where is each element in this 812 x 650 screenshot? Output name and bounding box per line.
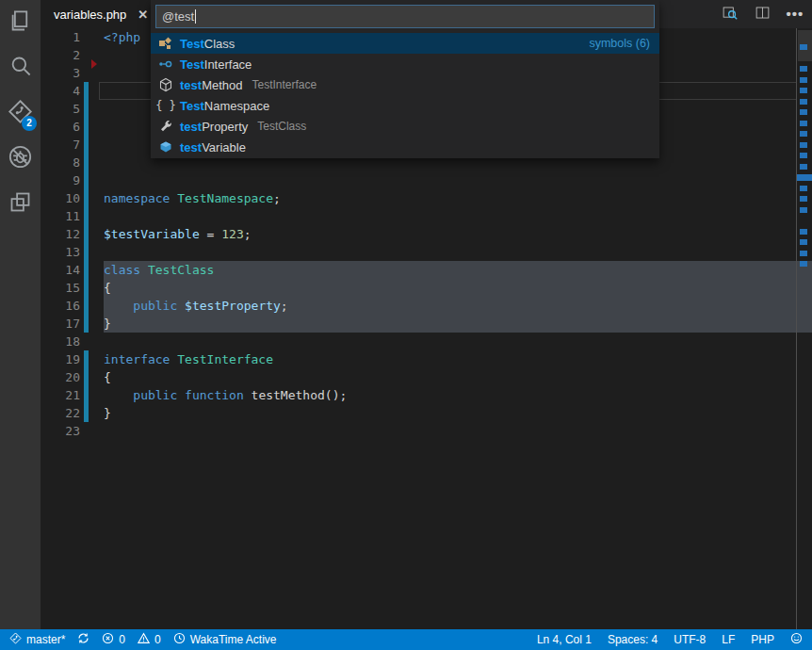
split-editor-button[interactable] bbox=[753, 5, 771, 24]
code-line-20[interactable]: 20{ bbox=[41, 368, 812, 386]
code-line-19[interactable]: 19interface TestInterface bbox=[41, 350, 812, 368]
line-number[interactable]: 1 bbox=[41, 28, 80, 46]
status-bar-item-eol[interactable]: LF bbox=[722, 633, 735, 646]
line-number[interactable]: 8 bbox=[41, 154, 80, 171]
line-number[interactable]: 19 bbox=[41, 350, 80, 368]
more-actions-icon: ••• bbox=[787, 9, 804, 19]
tab-close-icon[interactable]: ✕ bbox=[138, 8, 148, 22]
activity-bar-item-search[interactable] bbox=[0, 45, 41, 90]
activity-bar-item-source-control[interactable]: 2 bbox=[0, 90, 41, 136]
overview-ruler-mark bbox=[800, 251, 807, 256]
line-number[interactable]: 3 bbox=[41, 64, 80, 82]
warning-icon bbox=[138, 632, 150, 647]
line-number[interactable]: 16 bbox=[41, 297, 80, 315]
line-number[interactable]: 2 bbox=[41, 46, 80, 64]
code-line-17[interactable]: 17} bbox=[41, 315, 812, 333]
status-bar-item-warnings[interactable]: 0 bbox=[138, 632, 161, 647]
code-line-13[interactable]: 13 bbox=[41, 243, 812, 261]
git-modified-gutter-indicator bbox=[84, 261, 89, 279]
activity-bar-item-explorer[interactable] bbox=[0, 0, 41, 45]
line-number[interactable]: 15 bbox=[41, 279, 80, 297]
code-line-11[interactable]: 11 bbox=[41, 207, 812, 225]
status-bar-item-indentation[interactable]: Spaces: 4 bbox=[608, 633, 658, 646]
status-bar-item-encoding[interactable]: UTF-8 bbox=[674, 633, 706, 646]
code-line-12[interactable]: 12$testVariable = 123; bbox=[41, 225, 812, 243]
status-bar-item-errors[interactable]: 0 bbox=[102, 632, 125, 647]
line-number[interactable]: 10 bbox=[41, 189, 80, 207]
status-bar-item-label: LF bbox=[722, 633, 735, 646]
code-text: } bbox=[104, 315, 111, 333]
code-line-18[interactable]: 18 bbox=[41, 333, 812, 350]
line-number[interactable]: 12 bbox=[41, 225, 80, 243]
line-number[interactable]: 20 bbox=[41, 368, 80, 386]
status-bar-item-feedback[interactable] bbox=[790, 632, 803, 647]
status-bar: master*00WakaTime Active Ln 4, Col 1Spac… bbox=[0, 629, 812, 650]
sync-icon bbox=[77, 632, 89, 647]
overview-ruler-mark bbox=[800, 186, 807, 191]
code-line-10[interactable]: 10namespace TestNamespace; bbox=[41, 189, 812, 207]
line-number[interactable]: 21 bbox=[41, 386, 80, 404]
tab-variables-php[interactable]: variables.php ✕ bbox=[41, 0, 157, 28]
status-bar-item-language-mode[interactable]: PHP bbox=[751, 633, 774, 646]
property-symbol-icon bbox=[158, 119, 173, 134]
line-number[interactable]: 5 bbox=[41, 100, 80, 118]
overview-ruler-mark bbox=[800, 77, 807, 83]
line-number[interactable]: 18 bbox=[41, 333, 80, 350]
code-text: public $testProperty; bbox=[104, 297, 288, 315]
activity-bar: 2 bbox=[0, 0, 41, 629]
line-number[interactable]: 17 bbox=[41, 315, 80, 333]
symbol-label: testMethod bbox=[180, 78, 243, 92]
status-bar-item-sync[interactable] bbox=[77, 632, 89, 647]
clock-icon bbox=[173, 632, 186, 647]
status-bar-item-label: Ln 4, Col 1 bbox=[537, 633, 592, 646]
quick-open-input-wrap: @test bbox=[151, 0, 659, 33]
quick-open-result-testProperty[interactable]: testPropertyTestClass bbox=[151, 116, 659, 137]
quick-open-input[interactable]: @test bbox=[155, 5, 655, 28]
git-modified-gutter-indicator bbox=[84, 243, 89, 261]
symbol-label: testProperty bbox=[180, 120, 248, 134]
status-bar-item-wakatime[interactable]: WakaTime Active bbox=[173, 632, 277, 647]
smiley-icon bbox=[790, 632, 803, 647]
code-line-16[interactable]: 16 public $testProperty; bbox=[41, 297, 812, 315]
status-bar-item-git-branch[interactable]: master* bbox=[9, 632, 65, 647]
overview-ruler-mark bbox=[800, 153, 807, 158]
quick-open-result-TestInterface[interactable]: TestInterface bbox=[151, 54, 659, 74]
line-number[interactable]: 11 bbox=[41, 207, 80, 225]
quick-open-result-testVariable[interactable]: testVariable bbox=[151, 137, 659, 157]
code-line-15[interactable]: 15{ bbox=[41, 279, 812, 297]
line-number[interactable]: 22 bbox=[41, 404, 80, 422]
activity-bar-item-extensions[interactable] bbox=[0, 181, 41, 226]
error-icon bbox=[102, 632, 114, 647]
code-text: { bbox=[104, 279, 111, 297]
line-number[interactable]: 9 bbox=[41, 171, 80, 189]
quick-open-result-TestNamespace[interactable]: { }TestNamespace bbox=[151, 95, 659, 116]
code-line-21[interactable]: 21 public function testMethod(); bbox=[41, 386, 812, 404]
overview-ruler-mark bbox=[800, 99, 807, 105]
editor-actions: ••• bbox=[720, 0, 804, 28]
activity-bar-item-debug[interactable] bbox=[0, 136, 41, 181]
more-actions-button[interactable]: ••• bbox=[786, 5, 804, 24]
code-line-14[interactable]: 14class TestClass bbox=[41, 261, 812, 279]
quick-open-result-TestClass[interactable]: TestClasssymbols (6) bbox=[151, 33, 659, 54]
code-line-22[interactable]: 22} bbox=[41, 404, 812, 422]
variable-symbol-icon bbox=[158, 139, 173, 154]
vscode-window: 2 variables.php ✕ ••• 1<?php2345678910na… bbox=[0, 0, 812, 650]
line-number[interactable]: 13 bbox=[41, 243, 80, 261]
git-modified-gutter-indicator bbox=[84, 189, 89, 207]
line-number[interactable]: 6 bbox=[41, 118, 80, 136]
overview-ruler-cursor-mark bbox=[797, 174, 812, 181]
status-bar-item-cursor-position[interactable]: Ln 4, Col 1 bbox=[537, 633, 592, 646]
code-line-23[interactable]: 23 bbox=[41, 422, 812, 440]
line-number[interactable]: 14 bbox=[41, 261, 80, 279]
git-modified-gutter-indicator bbox=[84, 350, 89, 368]
code-line-9[interactable]: 9 bbox=[41, 171, 812, 189]
debug-icon bbox=[8, 144, 33, 173]
text-cursor bbox=[195, 9, 196, 24]
open-preview-button[interactable] bbox=[720, 5, 739, 24]
quick-open-result-testMethod[interactable]: testMethodTestInterface bbox=[151, 74, 659, 95]
line-number[interactable]: 4 bbox=[41, 82, 80, 100]
code-text: public function testMethod(); bbox=[104, 386, 347, 404]
overview-ruler-mark bbox=[800, 261, 807, 267]
line-number[interactable]: 23 bbox=[41, 422, 80, 440]
line-number[interactable]: 7 bbox=[41, 136, 80, 154]
